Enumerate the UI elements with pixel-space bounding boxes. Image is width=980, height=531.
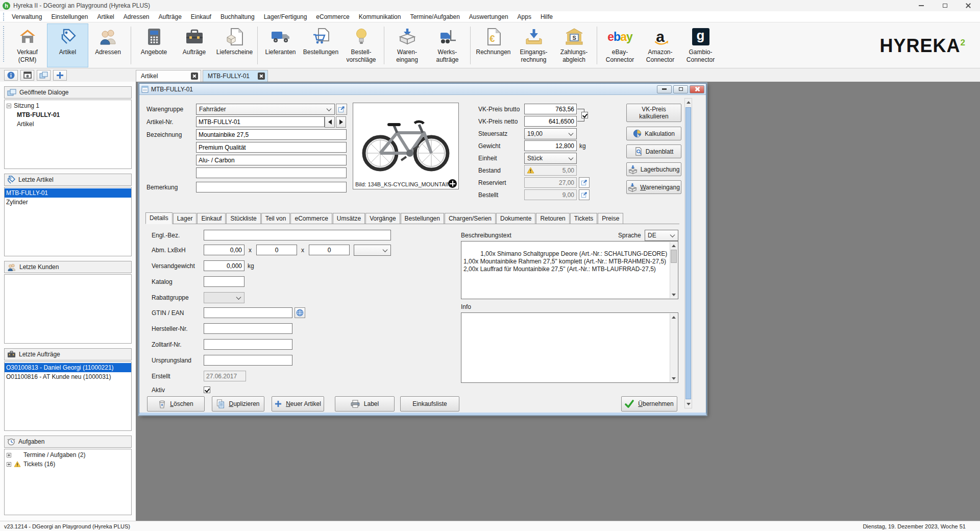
gtin-lookup-button[interactable] [295, 307, 305, 318]
scroll-down-icon[interactable] [670, 375, 677, 382]
tree-item-sitzung[interactable]: Sitzung 1 [5, 101, 131, 110]
dialog-titlebar[interactable]: MTB-FULLY-01 [139, 84, 706, 95]
kalkulation-button[interactable]: Kalkulation [626, 127, 681, 140]
bezeichnung-input-3[interactable] [196, 155, 347, 165]
menu-hilfe[interactable]: Hilfe [536, 11, 557, 22]
bemerkung-input[interactable] [196, 182, 347, 192]
engl-bez-input[interactable] [204, 230, 391, 240]
menu-lager-fertigung[interactable]: Lager/Fertigung [259, 11, 312, 22]
info-textarea[interactable] [461, 312, 678, 383]
tab-tickets[interactable]: Tickets [570, 213, 598, 224]
tab-stueckliste[interactable]: Stückliste [226, 213, 260, 224]
tab-lager[interactable]: Lager [173, 213, 197, 224]
beschreibungstext-textarea[interactable]: 1,00x Shimano Schaltgruppe Deore (Art.-N… [461, 241, 678, 299]
label-button[interactable]: Label [335, 396, 395, 412]
tab-preise[interactable]: Preise [598, 213, 623, 224]
tree-item-tickets[interactable]: Tickets (16) [5, 460, 131, 469]
toolbar-button-bestellvorschlaege[interactable]: Bestell- vorschläge [341, 24, 381, 67]
toolbar-button-rechnungen[interactable]: € Rechnungen [473, 24, 513, 67]
abm-einheit-select[interactable] [354, 245, 391, 256]
uebernehmen-button[interactable]: Übernehmen [621, 396, 677, 412]
scroll-down-icon[interactable] [685, 401, 692, 407]
sprache-select[interactable]: DE [645, 230, 678, 241]
tab-details[interactable]: Details [145, 212, 173, 224]
toolbar-button-zahlungsabgleich[interactable]: S Zahlungs- abgleich [554, 24, 594, 67]
hersteller-nr-input[interactable] [204, 323, 292, 334]
scroll-thumb[interactable] [685, 107, 691, 399]
menu-einstellungen[interactable]: Einstellungen [46, 11, 92, 22]
bezeichnung-input-1[interactable] [196, 129, 347, 140]
katalog-input[interactable] [204, 276, 244, 287]
tab-einkauf[interactable]: Einkauf [197, 213, 226, 224]
bezeichnung-input-4[interactable] [196, 167, 347, 178]
scroll-up-icon[interactable] [670, 313, 677, 321]
menu-adressen[interactable]: Adressen [119, 11, 154, 22]
scroll-down-icon[interactable] [670, 291, 677, 298]
maximize-button[interactable] [933, 0, 957, 11]
menu-kommunikation[interactable]: Kommunikation [354, 11, 406, 22]
tab-chargen-serien[interactable]: Chargen/Serien [445, 213, 496, 224]
artikelnr-input[interactable] [196, 116, 325, 127]
tab-retouren[interactable]: Retouren [536, 213, 569, 224]
zolltarif-nr-input[interactable] [204, 339, 292, 350]
next-article-button[interactable] [336, 116, 346, 128]
menu-verwaltung[interactable]: Verwaltung [7, 11, 46, 22]
collapse-icon[interactable] [7, 104, 11, 108]
datenblatt-button[interactable]: Datenblatt [626, 144, 681, 158]
article-image[interactable]: Bild: 134B_KS-CYCLING_MOUNTAINBIK [353, 103, 459, 189]
info-button[interactable] [4, 70, 18, 81]
bezeichnung-input-2[interactable] [196, 142, 347, 153]
menu-artikel[interactable]: Artikel [92, 11, 118, 22]
expand-icon[interactable] [7, 462, 11, 467]
toolbar-button-gambio-connector[interactable]: g Gambio- Connector [680, 24, 721, 67]
menu-buchhaltung[interactable]: Buchhaltung [216, 11, 259, 22]
gewicht-input[interactable] [524, 140, 577, 151]
add-image-button[interactable] [448, 179, 457, 188]
scroll-up-icon[interactable] [670, 242, 677, 249]
tab-vorgaenge[interactable]: Vorgänge [365, 213, 400, 224]
doc-tab-mtb-fully-01[interactable]: MTB-FULLY-01 [203, 70, 268, 82]
scroll-up-icon[interactable] [685, 99, 692, 106]
minimize-button[interactable] [910, 0, 933, 11]
dialog-close-button[interactable] [690, 85, 704, 93]
vk-brutto-input[interactable] [524, 104, 577, 114]
vk-preis-kalkulieren-button[interactable]: VK-Preis kalkulieren [626, 104, 681, 122]
steuersatz-select[interactable]: 19,00 [524, 128, 577, 139]
menu-termine-aufgaben[interactable]: Termine/Aufgaben [405, 11, 464, 22]
toolbar-button-verkauf-crm[interactable]: Verkauf (CRM) [7, 24, 47, 67]
dialog-maximize-button[interactable] [673, 85, 688, 93]
tab-bestellungen[interactable]: Bestellungen [401, 213, 444, 224]
toolbar-button-lieferscheine[interactable]: Lieferscheine [214, 24, 255, 67]
expand-icon[interactable] [7, 453, 11, 457]
tree-item-termine-aufgaben[interactable]: Termine / Aufgaben (2) [5, 450, 131, 460]
tab-close-icon[interactable] [191, 73, 198, 80]
dialog-settings-button[interactable] [20, 70, 34, 81]
menu-auswertungen[interactable]: Auswertungen [464, 11, 513, 22]
abm-laenge-input[interactable] [204, 245, 244, 255]
wareneingang-button[interactable]: Wareneingang [626, 180, 681, 194]
abm-hoehe-input[interactable] [309, 245, 350, 255]
menu-auftraege[interactable]: Aufträge [154, 11, 186, 22]
price-link-checkbox[interactable] [581, 112, 588, 118]
tree-item-artikel[interactable]: Artikel [5, 119, 131, 129]
toolbar-button-wareneingang[interactable]: Waren- eingang [387, 24, 427, 67]
gtin-ean-input[interactable] [204, 307, 292, 318]
dialog-scrollbar[interactable] [684, 98, 692, 408]
cascade-windows-button[interactable] [37, 70, 51, 81]
toolbar-button-eingangsrechnung[interactable]: Eingangs- rechnung [513, 24, 554, 67]
toolbar-button-werksauftraege[interactable]: Werks- aufträge [427, 24, 468, 67]
loeschen-button[interactable]: Löschen [147, 396, 205, 412]
einkaufsliste-button[interactable]: Einkaufsliste [400, 396, 459, 412]
toolbar-button-amazon-connector[interactable]: a Amazon- Connector [640, 24, 680, 67]
toolbar-button-angebote[interactable]: Angebote [134, 24, 174, 67]
ursprungsland-input[interactable] [204, 355, 292, 366]
aktiv-checkbox[interactable] [204, 387, 210, 393]
tab-teil-von[interactable]: Teil von [261, 213, 290, 224]
menu-einkauf[interactable]: Einkauf [186, 11, 216, 22]
dialog-minimize-button[interactable] [657, 85, 672, 93]
menu-apps[interactable]: Apps [513, 11, 536, 22]
tab-umsaetze[interactable]: Umsätze [333, 213, 365, 224]
warengruppe-select[interactable]: Fahrräder [196, 104, 335, 115]
list-item-zylinder[interactable]: Zylinder [5, 198, 131, 207]
list-item-order-2[interactable]: O01100816 - AT Kunde neu (1000031) [5, 372, 131, 381]
